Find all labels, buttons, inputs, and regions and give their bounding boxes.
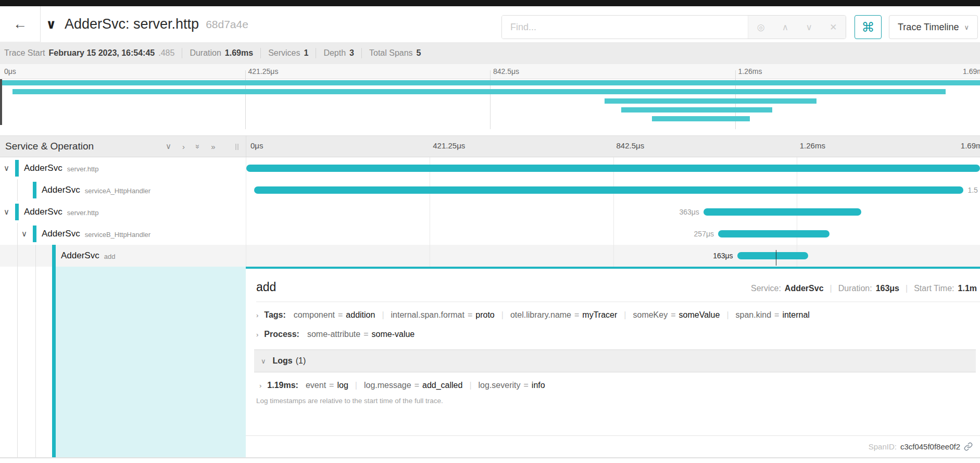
tag-value: myTracer [582,310,617,319]
span-tree-item[interactable]: ∨ AdderSvc server.http [0,157,246,179]
operation-name: serviceA_HttpHandler [85,185,150,195]
service-value: AdderSvc [785,284,824,293]
span-overview: Service: AdderSvc | Duration: 163μs | St… [751,284,977,293]
span-row-server-http-1: ∨ AdderSvc server.http [0,157,980,179]
selected-span-highlight [56,267,246,457]
gridline [430,245,430,267]
tree-controls: ∨ › » » [166,136,216,157]
chevron-down-icon[interactable]: ∨ [21,223,27,245]
indent-guide [17,179,18,201]
divider: | [355,381,357,390]
service-color-bar [33,226,36,242]
gridline [613,223,614,245]
keyboard-shortcuts-button[interactable]: ⌘ [855,15,882,39]
collapse-all-icon[interactable]: » [194,144,203,148]
tag-value: someValue [679,310,720,319]
logs-section-header[interactable]: ∨ Logs (1) [254,349,976,372]
logs-title: Logs [273,356,293,366]
find-input[interactable] [502,16,748,39]
divider: | [469,381,471,390]
summary-value: 1.69ms [225,48,253,58]
locate-icon[interactable]: ◎ [757,22,765,33]
clear-search-icon[interactable]: ✕ [830,22,837,33]
trace-minimap[interactable]: 0μs 421.25μs 842.5μs 1.26ms 1.69ms [0,64,980,129]
timeline-tick: 1.26ms [800,141,825,150]
service-color-bar [52,267,56,457]
back-arrow-icon: ← [13,16,27,32]
tags-title[interactable]: Tags: [264,310,285,320]
detail-indent-column [0,267,246,457]
span-duration-bar[interactable] [718,230,830,237]
collapse-one-icon[interactable]: ∨ [166,142,171,151]
summary-total-spans: Total Spans 5 [369,48,421,58]
span-duration-bar[interactable] [254,186,963,194]
operation-name: server.http [67,164,99,173]
log-entry-row[interactable]: › 1.19ms: event=log | log.message=add_ca… [259,381,980,390]
column-resizer-handle[interactable] [235,144,238,150]
summary-label: Total Spans [369,48,413,58]
service-label: Service: [751,284,781,293]
log-key: log.severity [479,381,521,390]
tag-value: proto [475,310,494,319]
span-tree-item[interactable]: AdderSvc serviceA_HttpHandler [0,179,246,201]
chevron-right-icon[interactable]: › [259,382,261,390]
timeline-tick: 842.5μs [617,141,645,150]
next-match-icon[interactable]: ∨ [806,22,812,33]
divider [256,302,980,302]
trace-title: AdderSvc: server.http 68d7a4e [65,6,248,42]
span-duration-bar[interactable] [737,252,809,259]
span-row-serviceB: ∨ AdderSvc serviceB_HttpHandler 257μs [0,223,980,245]
expand-all-icon[interactable]: » [211,142,215,151]
chevron-right-icon[interactable]: › [256,311,258,319]
minimap-gridline [490,70,491,129]
back-button[interactable]: ← [0,6,41,42]
divider [361,48,362,58]
span-tree-item[interactable]: ∨ AdderSvc server.http [0,201,246,223]
text-cursor-artifact [776,250,776,266]
log-value: log [337,381,348,390]
service-operation-label: Service & Operation [5,141,94,152]
minimap-span-bar [0,80,980,85]
service-name: AdderSvc [42,185,80,195]
trace-view-dropdown[interactable]: Trace Timeline ∨ [889,15,978,39]
summary-value: 1 [304,48,308,58]
logs-count: (1) [296,356,306,366]
span-duration-bar[interactable] [246,165,980,172]
minimap-gridline [245,70,246,129]
span-tree-item[interactable]: ∨ AdderSvc serviceB_HttpHandler [0,223,246,245]
tags-row: › Tags: component=addition | internal.sp… [256,310,980,320]
expand-one-icon[interactable]: › [182,142,185,151]
process-value: some-value [372,330,415,339]
divider [260,48,261,58]
span-timeline-cell: 163μs [246,245,980,267]
tag-key: span.kind [736,310,772,319]
divider: | [501,310,504,320]
trace-collapse-toggle[interactable]: ∨ [46,6,56,42]
tag-key: otel.library.name [510,310,571,319]
gridline [430,201,430,223]
operation-name: add [104,251,116,260]
trace-name: AdderSvc: server.http [65,16,199,32]
start-time-label: Start Time: [914,284,954,293]
timeline-tick: 1.69ms [961,141,980,150]
chevron-down-icon: ∨ [261,357,266,365]
service-color-bar [15,204,19,220]
span-tree-item[interactable]: AdderSvc add [0,245,246,267]
process-title[interactable]: Process: [264,330,299,339]
process-row: › Process: some-attribute=some-value [256,330,980,339]
copy-link-icon[interactable] [964,442,973,451]
chevron-right-icon[interactable]: › [256,331,258,339]
indent-guide [17,223,18,245]
summary-trace-start: Trace Start February 15 2023, 16:54:45 .… [4,48,174,58]
span-detail-panel: add Service: AdderSvc | Duration: 163μs … [246,267,980,457]
span-duration-bar[interactable] [703,208,861,216]
log-key: log.message [364,381,411,390]
chevron-down-icon[interactable]: ∨ [4,157,9,179]
chevron-down-icon[interactable]: ∨ [4,201,9,223]
gridline [613,245,614,267]
span-row-serviceA: AdderSvc serviceA_HttpHandler 1.5 [0,179,980,201]
prev-match-icon[interactable]: ∧ [782,22,788,33]
minimap-scrubber-handle[interactable] [0,79,2,125]
indent-guide [17,245,18,267]
minimap-tick: 1.69ms [963,67,980,76]
